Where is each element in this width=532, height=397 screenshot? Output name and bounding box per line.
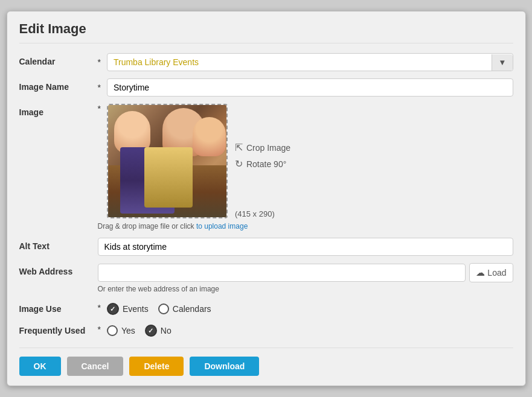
edit-image-dialog: Edit Image Calendar * Trumba Library Eve… (7, 11, 526, 386)
image-preview (108, 105, 228, 218)
paper (144, 147, 193, 208)
web-address-input[interactable] (98, 264, 466, 282)
image-use-label: Image Use (19, 300, 98, 314)
alt-text-input[interactable] (98, 238, 513, 256)
calendar-label: Calendar (19, 53, 98, 66)
yes-radio (107, 325, 118, 336)
frequently-used-required: * (98, 325, 101, 334)
dialog-title: Edit Image (19, 21, 513, 43)
child-figure-3 (193, 117, 226, 156)
web-address-label: Web Address (19, 263, 98, 276)
cancel-button[interactable]: Cancel (67, 357, 124, 376)
download-button[interactable]: Download (190, 357, 259, 376)
calendar-row: Calendar * Trumba Library Events ▼ (19, 53, 513, 71)
web-address-content: ☁ Load Or enter the web address of an im… (98, 263, 513, 293)
image-content: * ⇱ Crop Image (98, 104, 513, 230)
image-name-required: * (98, 83, 101, 92)
alt-text-row: Alt Text (19, 238, 513, 256)
frequently-used-content: * Yes No (98, 322, 513, 337)
frequently-used-label: Frequently Used (19, 322, 98, 335)
calendar-required: * (98, 57, 101, 67)
alt-text-content (98, 238, 513, 256)
image-name-row: Image Name * (19, 78, 513, 97)
image-drop-zone[interactable] (107, 104, 228, 218)
image-dimensions: (415 x 290) (235, 209, 275, 218)
rotate-button[interactable]: ↻ Rotate 90° (235, 157, 286, 171)
image-required: * (98, 104, 101, 113)
frequently-used-group: Yes No (107, 322, 171, 337)
yes-option[interactable]: Yes (107, 325, 135, 336)
crop-icon: ⇱ (235, 142, 243, 153)
ok-button[interactable]: OK (19, 357, 61, 376)
dialog-footer: OK Cancel Delete Download (19, 348, 513, 376)
frequently-used-row: Frequently Used * Yes No (19, 322, 513, 337)
rotate-icon: ↻ (235, 158, 243, 170)
delete-button[interactable]: Delete (129, 357, 184, 376)
no-option[interactable]: No (145, 325, 171, 337)
image-use-content: * Events Calendars (98, 300, 513, 315)
no-checkbox (145, 325, 157, 337)
events-option[interactable]: Events (107, 303, 149, 315)
image-info: ⇱ Crop Image ↻ Rotate 90° (415 x 290) (235, 104, 290, 218)
cloud-icon: ☁ (476, 267, 485, 278)
crop-image-button[interactable]: ⇱ Crop Image (235, 141, 290, 154)
image-label: Image (19, 104, 98, 117)
calendar-content: * Trumba Library Events ▼ (98, 53, 513, 71)
yes-label: Yes (121, 326, 135, 335)
image-area: ⇱ Crop Image ↻ Rotate 90° (415 x 290) (107, 104, 290, 218)
image-use-row: Image Use * Events Calendars (19, 300, 513, 315)
upload-hint: Drag & drop image file or click to uploa… (98, 222, 513, 230)
events-checkbox (107, 303, 119, 315)
upload-link[interactable]: to upload image (196, 222, 248, 230)
calendars-label: Calendars (173, 304, 211, 314)
image-name-label: Image Name (19, 78, 98, 92)
image-row: Image * ⇱ (19, 104, 513, 230)
web-address-row: Web Address ☁ Load Or enter the web addr… (19, 263, 513, 293)
calendar-value: Trumba Library Events (107, 54, 492, 71)
image-name-input[interactable] (107, 78, 513, 97)
web-address-input-row: ☁ Load (98, 263, 513, 282)
image-use-group: Events Calendars (107, 300, 211, 315)
image-use-required: * (98, 303, 101, 313)
calendars-option[interactable]: Calendars (158, 303, 211, 314)
load-button[interactable]: ☁ Load (469, 263, 513, 282)
calendar-select[interactable]: Trumba Library Events ▼ (107, 53, 513, 71)
calendar-dropdown-button[interactable]: ▼ (492, 54, 512, 71)
alt-text-label: Alt Text (19, 238, 98, 251)
web-address-hint: Or enter the web address of an image (98, 285, 513, 293)
image-name-content: * (98, 78, 513, 97)
no-label: No (161, 326, 171, 335)
calendars-radio (158, 303, 169, 314)
events-label: Events (123, 304, 149, 314)
